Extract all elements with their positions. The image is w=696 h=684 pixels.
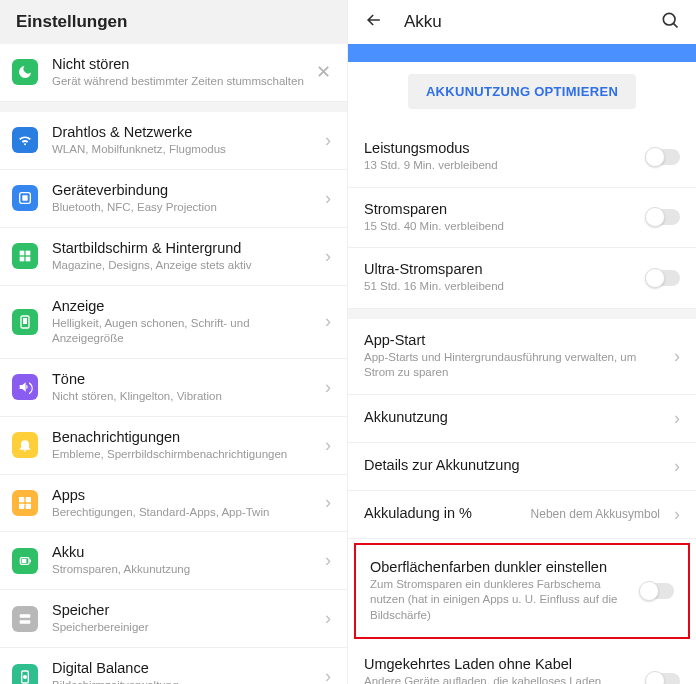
svg-rect-2: [20, 251, 25, 256]
chevron-right-icon: ›: [674, 408, 680, 429]
battery-panel: Akku AKKUNUTZUNG OPTIMIEREN Leistungsmod…: [348, 0, 696, 684]
toggle-switch[interactable]: [646, 673, 680, 684]
sound-icon: [12, 374, 38, 400]
row-title: Akku: [52, 544, 317, 560]
svg-rect-5: [26, 257, 31, 262]
row-title: Startbildschirm & Hintergrund: [52, 240, 317, 256]
row-title: Benachrichtigungen: [52, 429, 317, 445]
toggle-switch[interactable]: [646, 209, 680, 225]
row-title: Leistungsmodus: [364, 140, 636, 156]
search-icon[interactable]: [660, 10, 680, 35]
battery-misc-list: Umgekehrtes Laden ohne KabelAndere Gerät…: [348, 643, 696, 684]
dnd-sub: Gerät während bestimmter Zeiten stummsch…: [52, 74, 308, 89]
optimize-button[interactable]: AKKUNUTZUNG OPTIMIEREN: [408, 74, 636, 109]
row-title: Apps: [52, 487, 317, 503]
row-dark-colors[interactable]: Oberflächenfarben dunkler einstellen Zum…: [356, 545, 688, 638]
row-title: Drahtlos & Netzwerke: [52, 124, 317, 140]
row-title: Ultra-Stromsparen: [364, 261, 636, 277]
svg-rect-16: [20, 620, 31, 623]
settings-header: Einstellungen: [0, 0, 347, 44]
chevron-right-icon: ›: [674, 346, 680, 367]
row-sub: Magazine, Designs, Anzeige stets aktiv: [52, 258, 317, 273]
row-sub: Bluetooth, NFC, Easy Projection: [52, 200, 317, 215]
settings-title: Einstellungen: [16, 12, 127, 32]
chevron-right-icon: ›: [325, 666, 331, 684]
chevron-right-icon: ›: [325, 246, 331, 267]
chevron-right-icon: ›: [674, 504, 680, 525]
battery-row[interactable]: Leistungsmodus13 Std. 9 Min. verbleibend: [348, 127, 696, 188]
settings-row-wifi[interactable]: Drahtlos & NetzwerkeWLAN, Mobilfunknetz,…: [0, 112, 347, 170]
svg-rect-3: [26, 251, 31, 256]
row-title: Digital Balance: [52, 660, 317, 676]
row-sub: 15 Std. 40 Min. verbleibend: [364, 219, 636, 235]
row-sub: 13 Std. 9 Min. verbleibend: [364, 158, 636, 174]
settings-row-link[interactable]: GeräteverbindungBluetooth, NFC, Easy Pro…: [0, 170, 347, 228]
settings-row-balance[interactable]: Digital BalanceBildschirmzeitverwaltung›: [0, 648, 347, 684]
battery-row[interactable]: App-StartApp-Starts und Hintergrundausfü…: [348, 319, 696, 395]
settings-list: Drahtlos & NetzwerkeWLAN, Mobilfunknetz,…: [0, 112, 347, 684]
toggle-switch[interactable]: [646, 270, 680, 286]
battery-row[interactable]: Akkunutzung›: [348, 395, 696, 443]
chevron-right-icon: ›: [325, 492, 331, 513]
row-sub: Stromsparen, Akkunutzung: [52, 562, 317, 577]
row-sub: Embleme, Sperrbildschirmbenachrichtigung…: [52, 447, 317, 462]
dark-colors-sub: Zum Stromsparen ein dunkleres Farbschema…: [370, 577, 630, 624]
row-title: Details zur Akkunutzung: [364, 457, 656, 473]
settings-row-battery[interactable]: AkkuStromsparen, Akkunutzung›: [0, 532, 347, 590]
section-gap: [348, 309, 696, 319]
row-title: Akkuladung in %: [364, 505, 521, 521]
settings-row-sound[interactable]: TöneNicht stören, Klingelton, Vibration›: [0, 359, 347, 417]
row-dnd[interactable]: Nicht stören Gerät während bestimmter Ze…: [0, 44, 347, 102]
chevron-right-icon: ›: [325, 130, 331, 151]
storage-icon: [12, 606, 38, 632]
back-icon[interactable]: [364, 10, 384, 35]
svg-rect-7: [23, 318, 27, 324]
row-value: Neben dem Akkusymbol: [531, 507, 660, 521]
battery-row[interactable]: Umgekehrtes Laden ohne KabelAndere Gerät…: [348, 643, 696, 684]
svg-rect-8: [19, 497, 24, 502]
moon-icon: [12, 59, 38, 85]
settings-row-screen[interactable]: AnzeigeHelligkeit, Augen schonen, Schrif…: [0, 286, 347, 359]
row-title: Geräteverbindung: [52, 182, 317, 198]
chevron-right-icon: ›: [325, 550, 331, 571]
optimize-row: AKKUNUTZUNG OPTIMIEREN: [348, 62, 696, 127]
chevron-right-icon: ›: [325, 188, 331, 209]
row-sub: Andere Geräte aufladen, die kabelloses L…: [364, 674, 636, 684]
row-title: Akkunutzung: [364, 409, 656, 425]
bell-icon: [12, 432, 38, 458]
row-sub: Berechtigungen, Standard-Apps, App-Twin: [52, 505, 317, 520]
row-sub: Helligkeit, Augen schonen, Schrift- und …: [52, 316, 317, 346]
chevron-right-icon: ›: [325, 311, 331, 332]
svg-point-18: [23, 675, 27, 679]
chevron-right-icon: ›: [325, 608, 331, 629]
row-title: App-Start: [364, 332, 656, 348]
toggle-switch[interactable]: [640, 583, 674, 599]
apps-icon: [12, 490, 38, 516]
chevron-right-icon: ›: [325, 435, 331, 456]
settings-row-grid[interactable]: Startbildschirm & HintergrundMagazine, D…: [0, 228, 347, 286]
link-icon: [12, 185, 38, 211]
settings-row-bell[interactable]: BenachrichtigungenEmbleme, Sperrbildschi…: [0, 417, 347, 475]
battery-row[interactable]: Details zur Akkunutzung›: [348, 443, 696, 491]
battery-header: Akku: [348, 0, 696, 44]
svg-point-19: [663, 13, 675, 25]
settings-row-apps[interactable]: AppsBerechtigungen, Standard-Apps, App-T…: [0, 475, 347, 533]
row-sub: Nicht stören, Klingelton, Vibration: [52, 389, 317, 404]
row-sub: 51 Std. 16 Min. verbleibend: [364, 279, 636, 295]
settings-row-storage[interactable]: SpeicherSpeicherbereiniger›: [0, 590, 347, 648]
svg-rect-11: [26, 504, 31, 509]
close-icon[interactable]: ✕: [316, 61, 331, 83]
svg-rect-13: [30, 560, 31, 563]
settings-panel: Einstellungen Nicht stören Gerät während…: [0, 0, 348, 684]
screen-icon: [12, 309, 38, 335]
battery-row[interactable]: Stromsparen15 Std. 40 Min. verbleibend: [348, 188, 696, 249]
battery-modes-list: Leistungsmodus13 Std. 9 Min. verbleibend…: [348, 127, 696, 309]
row-title: Töne: [52, 371, 317, 387]
row-title: Speicher: [52, 602, 317, 618]
battery-icon: [12, 548, 38, 574]
battery-row[interactable]: Ultra-Stromsparen51 Std. 16 Min. verblei…: [348, 248, 696, 309]
toggle-switch[interactable]: [646, 149, 680, 165]
battery-row[interactable]: Akkuladung in %Neben dem Akkusymbol›: [348, 491, 696, 539]
section-gap: [0, 102, 347, 112]
row-sub: App-Starts und Hintergrundausführung ver…: [364, 350, 656, 381]
